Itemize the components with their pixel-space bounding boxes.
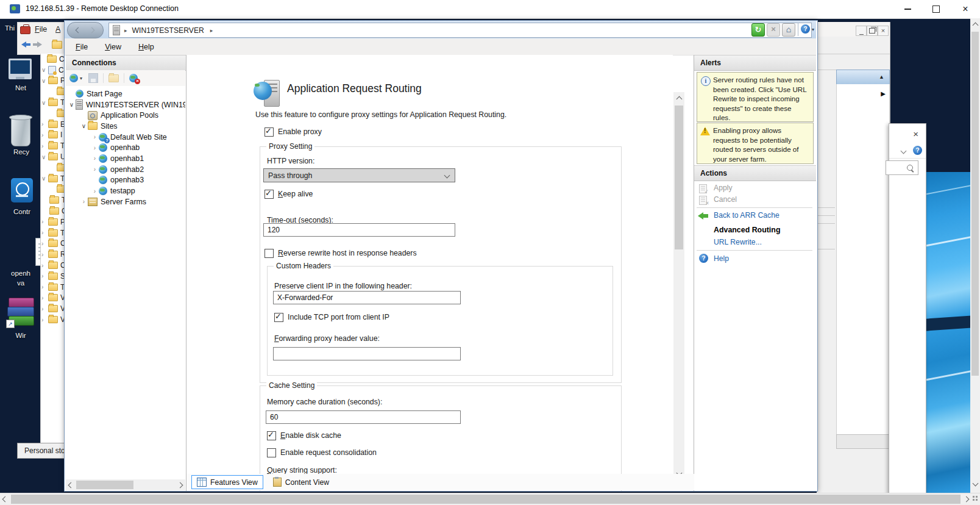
connection-dropdown-icon[interactable]: ▾: [80, 76, 82, 81]
mmc-tree-item[interactable]: ›V: [41, 314, 65, 325]
include-tcp-checkbox[interactable]: [274, 313, 283, 322]
dialog-help-icon[interactable]: ?: [913, 146, 922, 155]
connections-h-scrollbar-thumb[interactable]: [76, 481, 133, 489]
mmc-tree-item[interactable]: ∨U: [41, 151, 65, 162]
breadcrumb-server[interactable]: WIN19TESTSERVER: [132, 26, 204, 35]
tree-item-openhab1[interactable]: › openhab1: [66, 153, 185, 164]
desktop-icon-this-pc[interactable]: Thi: [1, 24, 18, 32]
expand-icon[interactable]: ▶: [881, 90, 886, 97]
menu-file[interactable]: File: [72, 41, 91, 52]
rdp-scroll-down-icon[interactable]: [973, 481, 979, 487]
dialog-chevron-down-icon[interactable]: [901, 148, 907, 154]
mmc-tree-item[interactable]: ›V: [41, 303, 65, 314]
enable-proxy-checkbox[interactable]: [265, 127, 274, 137]
forward-icon[interactable]: [89, 27, 95, 34]
tree-item-start-page[interactable]: Start Page: [66, 88, 185, 99]
forwarding-input[interactable]: [273, 347, 461, 360]
resize-grip[interactable]: [973, 496, 975, 498]
rdp-h-scrollbar[interactable]: [0, 493, 980, 505]
address-bar[interactable]: ▸ WIN19TESTSERVER ▸: [108, 23, 812, 38]
desktop-icon-recycle-bin[interactable]: Recy: [7, 115, 35, 159]
keep-alive-checkbox[interactable]: [265, 190, 274, 199]
mmc-restore-icon[interactable]: [867, 26, 878, 36]
mmc-menu-action[interactable]: A: [55, 25, 60, 34]
rdp-scroll-right-icon[interactable]: [964, 496, 970, 503]
desktop-icon-control-panel[interactable]: Contr: [7, 178, 37, 220]
mmc-tree-item[interactable]: ›T: [41, 227, 65, 238]
rdp-v-scrollbar-thumb[interactable]: [971, 32, 979, 376]
content-v-scrollbar[interactable]: [673, 92, 684, 480]
tab-features-view[interactable]: Features View: [191, 475, 263, 489]
mmc-back-icon[interactable]: [21, 41, 26, 48]
mmc-tree-item[interactable]: ∨P: [41, 76, 65, 87]
mmc-tree-item[interactable]: ›V: [41, 293, 65, 304]
mmc-close-icon[interactable]: ×: [878, 26, 889, 36]
mmc-tree-item[interactable]: ›P: [41, 217, 65, 227]
scroll-up-icon[interactable]: [676, 96, 683, 102]
mmc-menu-file[interactable]: File: [35, 25, 47, 34]
create-connection-icon[interactable]: [69, 74, 78, 82]
tree-item-openhab[interactable]: › openhab: [66, 142, 185, 153]
collapse-icon[interactable]: ▲: [879, 74, 884, 80]
memory-cache-input[interactable]: [266, 410, 461, 424]
help-icon[interactable]: ?: [801, 24, 810, 34]
mmc-tree-item[interactable]: ›E: [41, 119, 65, 130]
close-icon[interactable]: ×: [951, 0, 980, 18]
url-rewrite-link[interactable]: URL Rewrite...: [714, 238, 762, 246]
tree-item-default-web-site[interactable]: › Default Web Site: [66, 132, 185, 143]
mmc-tree-item[interactable]: T: [41, 195, 65, 206]
mmc-tree-item[interactable]: C: [41, 206, 65, 217]
mmc-tree-item[interactable]: [41, 108, 65, 119]
home-icon[interactable]: ⌂: [782, 23, 795, 37]
rdp-scroll-left-icon[interactable]: [2, 496, 9, 503]
timeout-input[interactable]: [263, 223, 455, 237]
delete-connection-icon[interactable]: [129, 74, 138, 82]
dialog-close-icon[interactable]: ×: [913, 129, 918, 139]
connections-h-scrollbar[interactable]: [66, 479, 185, 490]
search-input[interactable]: [886, 160, 918, 175]
tree-item-openhab3[interactable]: openhab3: [66, 175, 185, 186]
menu-help[interactable]: Help: [135, 41, 158, 52]
tree-item-application-pools[interactable]: Application Pools: [66, 110, 185, 121]
request-consolidation-checkbox[interactable]: [267, 448, 276, 457]
rdp-scroll-up-icon[interactable]: [973, 23, 979, 29]
maximize-icon[interactable]: [922, 0, 950, 18]
preserve-ip-input[interactable]: [273, 291, 461, 304]
back-icon[interactable]: [76, 27, 82, 34]
http-version-select[interactable]: Pass through: [263, 168, 455, 182]
scroll-right-icon[interactable]: [177, 482, 183, 489]
mmc-minimize-icon[interactable]: [856, 26, 867, 36]
mmc-tree-item[interactable]: [41, 184, 65, 195]
mmc-tree-item[interactable]: ∨T: [41, 173, 65, 184]
help-dropdown-icon[interactable]: ▾: [812, 27, 814, 32]
mmc-toolbar-folder-icon[interactable]: [52, 41, 62, 49]
disk-cache-checkbox[interactable]: [267, 431, 276, 440]
mmc-forward-icon[interactable]: [37, 41, 42, 48]
tree-item-sites[interactable]: ∨ Sites: [66, 121, 185, 132]
menu-view[interactable]: View: [101, 41, 125, 52]
mmc-tree-item[interactable]: ›C: [41, 260, 65, 271]
mmc-tree-item[interactable]: ∨T: [41, 97, 65, 108]
content-v-scrollbar-thumb[interactable]: [675, 106, 683, 249]
mmc-tree-item[interactable]: ›S: [41, 271, 65, 282]
mmc-tree-item[interactable]: ›C: [41, 238, 65, 249]
breadcrumb-arrow-icon[interactable]: ▸: [210, 27, 213, 34]
refresh-icon[interactable]: ↻: [751, 23, 765, 37]
mmc-actions-pane-header[interactable]: ▲: [836, 70, 890, 85]
tree-item-server-farms[interactable]: › Server Farms: [66, 196, 185, 207]
mmc-tree-item[interactable]: ›I: [41, 130, 65, 141]
rdp-h-scrollbar-thumb[interactable]: [11, 495, 960, 504]
mmc-tree-item[interactable]: ›T: [41, 282, 65, 293]
mmc-tree-item[interactable]: Console: [41, 54, 65, 65]
mmc-tree-item[interactable]: ›R: [41, 249, 65, 260]
reverse-rewrite-checkbox[interactable]: [265, 249, 274, 258]
mmc-tree-item[interactable]: ›T: [41, 140, 65, 151]
tree-item-openhab2[interactable]: › openhab2: [66, 164, 185, 175]
mmc-tree-item[interactable]: ∨Certi: [41, 65, 65, 76]
desktop-icon-winrar[interactable]: ↗ Wir: [6, 298, 38, 344]
mmc-tree-item[interactable]: [41, 162, 65, 173]
tree-item-server[interactable]: ∨ WIN19TESTSERVER (WIN19TE: [66, 99, 185, 110]
desktop-icon-network[interactable]: Net: [7, 59, 34, 96]
mmc-tree-item[interactable]: [41, 86, 65, 97]
rdp-v-scrollbar[interactable]: [970, 18, 980, 493]
